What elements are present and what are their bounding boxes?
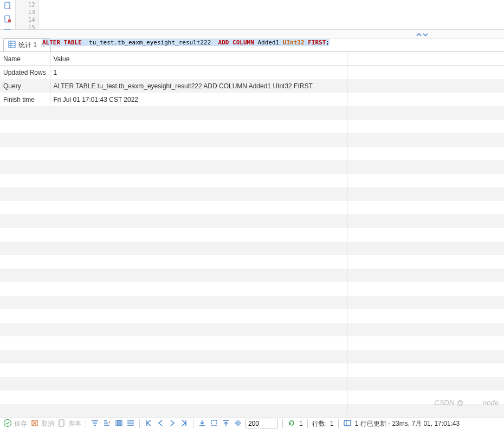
svg-point-8 <box>4 419 11 426</box>
empty-rows <box>0 106 504 418</box>
chevron-down-icon[interactable] <box>423 31 428 37</box>
nav-prev-icon[interactable] <box>156 419 165 429</box>
svg-rect-0 <box>5 2 10 9</box>
status-message: 1 行已更新 - 23ms, 7月 01, 17:01:43 <box>355 419 460 428</box>
layout-icon[interactable] <box>126 419 135 429</box>
script-icon[interactable] <box>57 419 66 429</box>
filter-icon[interactable] <box>91 419 99 429</box>
fetch-size-input[interactable] <box>245 419 278 428</box>
grid-icon <box>8 41 16 50</box>
svg-rect-11 <box>211 420 217 426</box>
column-header-name[interactable]: Name <box>0 52 50 66</box>
nav-next-icon[interactable] <box>168 419 177 429</box>
refresh-count: 1 <box>299 420 303 427</box>
script-icon[interactable] <box>3 1 12 11</box>
svg-rect-4 <box>9 41 15 48</box>
cancel-icon[interactable] <box>30 419 39 429</box>
svg-rect-13 <box>344 420 351 426</box>
export-icon[interactable] <box>222 419 230 429</box>
editor-gutter <box>0 0 15 29</box>
svg-rect-2 <box>8 20 11 22</box>
column-header-value[interactable]: Value <box>50 52 504 66</box>
table-row[interactable]: Updated Rows 1 <box>0 66 504 79</box>
line-numbers: 12 13 14 15 <box>15 0 39 29</box>
table-row[interactable]: Query ALTER TABLE tu_test.tb_eaxm_eyesig… <box>0 79 504 93</box>
table-header-row: Name Value <box>0 52 504 66</box>
svg-rect-10 <box>59 420 64 426</box>
select-icon[interactable] <box>210 419 218 429</box>
table-row[interactable]: Finish time Fri Jul 01 17:01:43 CST 2022 <box>0 93 504 106</box>
refresh-icon[interactable] <box>287 419 296 429</box>
status-bar: 保存 取消 脚本 1 行数: 1 1 行已更新 - 23 <box>0 418 504 429</box>
script-error-icon[interactable] <box>3 15 12 25</box>
save-label: 保存 <box>14 419 27 428</box>
script-label: 脚本 <box>68 419 81 428</box>
cancel-label: 取消 <box>41 419 54 428</box>
results-grid[interactable]: Name Value Updated Rows 1 Query ALTER TA… <box>0 52 504 418</box>
columns-icon[interactable] <box>114 419 123 429</box>
info-icon[interactable] <box>343 419 352 429</box>
chevron-up-icon[interactable] <box>416 31 422 37</box>
rows-label: 行数: <box>312 419 327 428</box>
code-area[interactable]: ALTER TABLE tu_test.tb_eaxm_eyesight_res… <box>39 0 504 29</box>
svg-point-12 <box>237 422 239 424</box>
pane-splitter[interactable] <box>0 30 504 38</box>
gear-icon[interactable] <box>234 419 242 429</box>
save-icon[interactable] <box>3 419 12 429</box>
nav-last-icon[interactable] <box>180 419 189 429</box>
sort-icon[interactable] <box>102 419 111 429</box>
tab-label: 统计 1 <box>18 41 37 50</box>
nav-first-icon[interactable] <box>144 419 153 429</box>
rows-value: 1 <box>330 420 334 427</box>
import-icon[interactable] <box>198 419 206 429</box>
sql-editor[interactable]: 12 13 14 15 ALTER TABLE tu_test.tb_eaxm_… <box>0 0 504 30</box>
